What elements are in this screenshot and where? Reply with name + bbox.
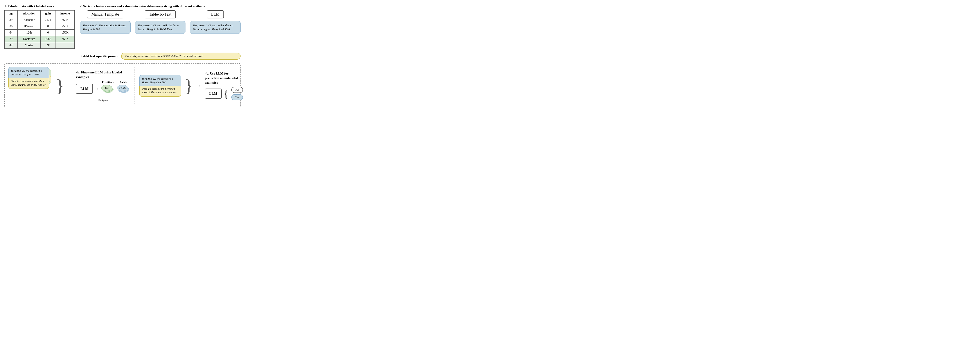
- table-row-last: 42 Master 594: [5, 42, 75, 49]
- cell-gain: 2174: [41, 17, 56, 23]
- methods-row: Manual Template The age is 42. The educa…: [80, 10, 240, 49]
- output-brace: {: [223, 88, 229, 99]
- llm-box-predict: LLM: [205, 89, 221, 99]
- labels-stack: >50K: [117, 85, 130, 97]
- col-age: age: [5, 11, 18, 17]
- llm-flow-row: LLM → Preditions Yes: [76, 81, 130, 97]
- bottom-section: The age is 29. The education is Doctorat…: [5, 63, 240, 108]
- labels-title: Labels: [120, 81, 127, 84]
- serialize-title: 2. Serialize feature names and values in…: [80, 5, 240, 8]
- step3-label: 3. Add task-specific prompt: [80, 54, 119, 58]
- col-gain: gain: [41, 11, 56, 17]
- cell-income: >50K: [56, 23, 75, 30]
- input-card-text-top: The age is 29. The education is Doctorat…: [8, 67, 49, 78]
- label-value: >50K: [117, 85, 128, 91]
- labels-col: Labels >50K: [117, 81, 130, 97]
- cell-gain: 1086: [41, 36, 56, 42]
- data-table: age education gain income 39 Bachelor 21…: [5, 10, 75, 49]
- finetune-flow: 4a. Fine-tune LLM using labeled examples…: [76, 70, 130, 101]
- step4a-label: 4a. Fine-tune LLM using labeled examples: [76, 70, 130, 79]
- cell-education: Bachelor: [18, 17, 41, 23]
- arrow-to-llm2: →: [196, 83, 201, 89]
- prediction-value: Yes: [101, 85, 112, 91]
- cell-age: 36: [5, 23, 18, 30]
- method-label-manual: Manual Template: [87, 10, 123, 18]
- method-manual-template: Manual Template The age is 42. The educa…: [80, 10, 130, 49]
- main-container: 1. Tabular data with k labeled rows age …: [5, 5, 240, 108]
- input-cards-stack: The age is 29. The education is Doctorat…: [8, 67, 52, 104]
- table-to-text-card: The person is 42 years old. She has a Ma…: [135, 21, 186, 34]
- cell-income: [56, 42, 75, 49]
- cell-gain: 0: [41, 23, 56, 30]
- col-education: education: [18, 11, 41, 17]
- llm-box-finetune: LLM: [76, 84, 92, 94]
- table-row: 36 HS-grad 0 >50K: [5, 23, 75, 30]
- prompt-box: Does this person earn more than 50000 do…: [121, 52, 240, 60]
- method-table-to-text: Table-To-Text The person is 42 years old…: [135, 10, 186, 49]
- option-yes: Yes: [231, 94, 243, 100]
- cell-education: HS-grad: [18, 23, 41, 30]
- cell-gain: 594: [41, 42, 56, 49]
- predictions-col: Preditions Yes: [101, 81, 115, 97]
- cell-age: 64: [5, 30, 18, 36]
- cell-education: Doctorate: [18, 36, 41, 42]
- cell-age: 39: [5, 17, 18, 23]
- cell-income: ≤50K: [56, 17, 75, 23]
- input-card-text-bottom: Does this person earn more than 50000 do…: [8, 78, 49, 89]
- predictions-title: Preditions: [102, 81, 113, 84]
- option-no: No: [231, 87, 243, 93]
- table-row: 29 Doctorate 1086 >50K: [5, 36, 75, 42]
- unlabeled-input-card: The age is 42. The education is Master. …: [139, 75, 181, 97]
- table-row: 64 12th 0 ≤50K: [5, 30, 75, 36]
- right-brace: }: [185, 77, 193, 95]
- table-section-title: 1. Tabular data with k labeled rows: [5, 5, 75, 8]
- backprop-row: Backprop: [98, 99, 108, 101]
- k-label: k: [34, 5, 35, 8]
- serialize-section: 2. Serialize feature names and values in…: [80, 5, 240, 60]
- unlabeled-card-top: The age is 42. The education is Master. …: [139, 75, 181, 86]
- llm-card: The person is 42 years old and has a Mas…: [190, 21, 240, 34]
- method-label-t2t: Table-To-Text: [145, 10, 176, 18]
- cell-age: 29: [5, 36, 18, 42]
- llm-output-row: LLM { No Yes: [205, 87, 243, 100]
- top-section: 1. Tabular data with k labeled rows age …: [5, 5, 240, 60]
- predictions-stack: Yes: [101, 85, 115, 97]
- manual-template-card: The age is 42. The education is Master. …: [80, 21, 130, 34]
- left-brace: }: [56, 77, 64, 95]
- cell-education: 12th: [18, 30, 41, 36]
- front-input-card: The age is 29. The education is Doctorat…: [8, 67, 49, 89]
- prompt-section: 3. Add task-specific prompt Does this pe…: [80, 52, 240, 60]
- arrow-to-llm: →: [68, 83, 72, 89]
- table-row: 39 Bachelor 2174 ≤50K: [5, 17, 75, 23]
- step4b-label: 4b. Use LLM for prediction on unlabeled …: [205, 71, 243, 85]
- cell-age: 42: [5, 42, 18, 49]
- output-options: No Yes: [231, 87, 243, 100]
- pred-labels: Preditions Yes Labels: [101, 81, 130, 97]
- method-label-llm: LLM: [207, 10, 224, 18]
- cell-income: >50K: [56, 36, 75, 42]
- cell-education: Master: [18, 42, 41, 49]
- col-income: income: [56, 11, 75, 17]
- cell-income: ≤50K: [56, 30, 75, 36]
- bottom-right-section: The age is 42. The education is Master. …: [135, 67, 243, 104]
- use-llm-section: 4b. Use LLM for prediction on unlabeled …: [205, 71, 243, 100]
- backprop-label: Backprop: [98, 99, 108, 101]
- unlabeled-card-bottom: Does this person earn more than 50000 do…: [139, 86, 181, 97]
- table-section: 1. Tabular data with k labeled rows age …: [5, 5, 75, 49]
- method-llm: LLM The person is 42 years old and has a…: [190, 10, 240, 49]
- cell-gain: 0: [41, 30, 56, 36]
- arrow-to-pred: →: [95, 86, 99, 92]
- bottom-left-section: The age is 29. The education is Doctorat…: [8, 67, 130, 104]
